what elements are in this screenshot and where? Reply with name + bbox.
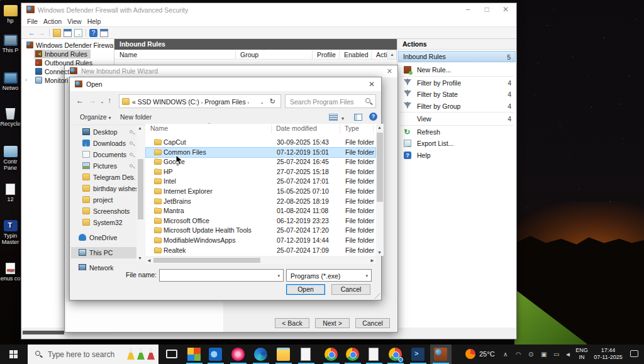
wizard-back-button[interactable]: < Back [275, 318, 309, 328]
nav-history-chevron-icon[interactable]: ⌄ [100, 99, 104, 104]
firewall-titlebar[interactable]: Windows Defender Firewall with Advanced … [21, 3, 516, 16]
taskbar-app-outlook[interactable] [205, 345, 226, 364]
file-row-realtek[interactable]: Realtek25-07-2024 17:09File folder [146, 246, 375, 256]
column-acti[interactable]: Acti [376, 51, 387, 58]
nav-item-network[interactable]: Network [71, 262, 136, 270]
search-icon[interactable] [365, 98, 370, 103]
desktop-icon-enus-co[interactable]: enus co [0, 263, 21, 282]
maximize-button[interactable]: □ [477, 3, 496, 16]
temperature[interactable]: 25°C [479, 350, 495, 358]
wizard-titlebar[interactable]: New Inbound Rule Wizard ✕ [65, 65, 397, 77]
help-icon[interactable]: ? [89, 29, 97, 37]
file-name-input[interactable]: ▾ [159, 269, 284, 282]
open-dialog-titlebar[interactable]: Open ✕ [70, 77, 381, 91]
file-list-vscrollbar[interactable]: ▲▼ [376, 124, 384, 256]
actions-inbound-rules[interactable]: Inbound Rules 5 [398, 51, 516, 62]
wizard-cancel-button[interactable]: Cancel [355, 318, 390, 328]
file-row-modifiablewindowsapps[interactable]: ModifiableWindowsApps07-12-2019 14:44Fil… [146, 236, 375, 246]
file-type-select[interactable]: Programs (*.exe) ▾ [286, 269, 372, 282]
file-column-name[interactable]: Name [150, 124, 168, 135]
nav-back-icon[interactable]: ← [76, 96, 84, 105]
file-type-chevron-icon[interactable]: ▾ [365, 273, 368, 279]
preview-pane-icon[interactable] [354, 114, 362, 121]
tray-chevron-icon[interactable]: ∧ [503, 351, 508, 358]
close-button[interactable]: ✕ [496, 3, 515, 16]
action-help[interactable]: ?Help [398, 150, 516, 161]
file-column-type[interactable]: Type [345, 124, 359, 135]
action-filter-by-group[interactable]: Filter by Group4 [398, 101, 516, 112]
taskbar-app-office[interactable] [184, 345, 205, 364]
weather-icon[interactable] [465, 349, 475, 359]
search-box[interactable]: Search Program Files [285, 94, 376, 108]
action-filter-by-profile[interactable]: Filter by Profile4 [398, 77, 516, 89]
nav-item-desktop[interactable]: Desktop [71, 126, 136, 138]
tree-item-windows-defender-firewall-with[interactable]: Windows Defender Firewall with [21, 41, 114, 50]
column-group[interactable]: Group [240, 51, 258, 58]
nav-item-this-pc[interactable]: This PC [71, 247, 136, 258]
taskbar-app-chrome-profile[interactable] [385, 345, 406, 364]
taskbar-app-chrome-dev[interactable] [342, 345, 364, 364]
taskbar-app-text-editor[interactable] [364, 345, 385, 364]
tray-icon-2[interactable]: ▣ [541, 351, 547, 358]
taskbar-app-photos[interactable] [228, 345, 249, 364]
nav-item-telegram-des[interactable]: Telegram Des [71, 172, 136, 183]
organize-button[interactable]: Organize ▾ [80, 113, 111, 121]
nav-forward-icon[interactable]: → [89, 96, 96, 105]
nav-item-pictures[interactable]: Pictures [71, 160, 136, 172]
view-mode-chevron-icon[interactable]: ▾ [341, 116, 344, 121]
resize-grip[interactable] [375, 294, 380, 299]
wizard-close-icon[interactable]: ✕ [387, 67, 392, 75]
battery-icon[interactable]: ▭ [553, 351, 559, 358]
refresh-icon[interactable]: ↻ [270, 97, 275, 106]
back-icon[interactable]: ← [28, 29, 36, 37]
breadcrumb-drive[interactable]: SSD WINDOWS (C:) [138, 98, 199, 106]
desktop-icon-contr-pane[interactable]: Contr Pane [0, 146, 21, 171]
file-name-chevron-icon[interactable]: ▾ [277, 273, 280, 279]
nav-item-onedrive[interactable]: OneDrive [71, 232, 136, 243]
minimize-button[interactable]: – [458, 3, 477, 16]
export-icon[interactable]: → [74, 29, 82, 37]
help-icon[interactable]: ? [369, 113, 377, 121]
column-profile[interactable]: Profile [317, 51, 336, 58]
file-row-microsoft-update-health-tools[interactable]: Microsoft Update Health Tools25-07-2024 … [146, 226, 375, 236]
file-row-capcut[interactable]: CapCut30-09-2025 15:43File folder [146, 138, 375, 148]
desktop-icon-netwo[interactable]: Netwo [0, 72, 21, 91]
new-folder-button[interactable]: New folder [120, 113, 152, 121]
desktop-icon-12[interactable]: 12 [0, 184, 21, 202]
file-row-hp[interactable]: HP27-07-2025 15:18File folder [146, 167, 375, 177]
file-row-internet-explorer[interactable]: Internet Explorer15-05-2025 07:10File fo… [146, 187, 375, 197]
clock[interactable]: 17:4407-11-2025 [590, 347, 626, 361]
taskbar-app-notepad[interactable] [296, 345, 317, 364]
language-indicator[interactable]: ENGIN [574, 347, 590, 361]
wifi-icon[interactable]: ◠ [516, 351, 521, 358]
show-console-icon[interactable] [53, 29, 61, 37]
action-export-list-[interactable]: Export List... [398, 138, 516, 149]
action-refresh[interactable]: ↻Refresh [398, 126, 516, 138]
window-icon[interactable] [64, 29, 72, 37]
taskbar-app-task-view[interactable] [162, 345, 184, 364]
action-view[interactable]: View4 [398, 113, 516, 124]
nav-item-downloads[interactable]: Downloads [71, 138, 136, 149]
taskbar-app-edge[interactable] [250, 345, 272, 364]
desktop-icon-typin-master[interactable]: Typin Master [0, 220, 21, 245]
view-mode-icon[interactable] [329, 114, 338, 121]
breadcrumb-folder[interactable]: Program Files [204, 98, 245, 106]
file-row-microsoft-office[interactable]: Microsoft Office06-12-2019 23:23File fol… [146, 216, 375, 226]
menu-view[interactable]: View [67, 18, 82, 25]
file-list-hscrollbar[interactable]: ◄► [145, 256, 376, 264]
speaker-icon[interactable]: ◄ [565, 351, 571, 358]
file-row-intel[interactable]: Intel25-07-2024 17:01File folder [146, 177, 375, 187]
file-column-date-modified[interactable]: Date modified [276, 124, 317, 135]
nav-item-screenshots[interactable]: Screenshots [71, 206, 136, 217]
notification-icon[interactable] [630, 350, 638, 357]
menu-file[interactable]: File [27, 18, 38, 25]
tray-icon-1[interactable]: ⊙ [528, 351, 533, 358]
tree-item-inbound-rules[interactable]: Inbound Rules [21, 50, 114, 58]
nav-item-project[interactable]: project [71, 194, 136, 206]
open-dialog-close-icon[interactable]: ✕ [369, 80, 375, 89]
menu-action[interactable]: Action [43, 18, 62, 25]
forward-icon[interactable]: → [38, 29, 46, 37]
desktop-icon-recycle[interactable]: Recycle [0, 108, 21, 127]
column-name[interactable]: Name [119, 51, 137, 58]
start-button[interactable] [0, 345, 28, 364]
